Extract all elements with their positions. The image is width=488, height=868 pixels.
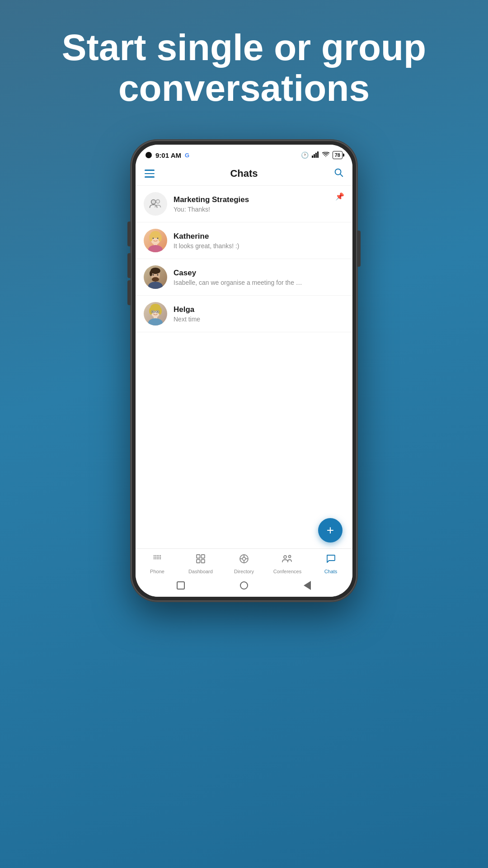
android-back-btn[interactable]: [302, 580, 312, 590]
camera-dot: [145, 152, 152, 158]
chat-item-marketing-strategies[interactable]: Marketing Strategies You: Thanks! 📌: [136, 186, 352, 222]
svg-rect-53: [202, 560, 205, 563]
svg-point-11: [158, 234, 162, 241]
status-bar: 9:01 AM G 🕐: [136, 145, 352, 163]
svg-point-41: [155, 557, 156, 557]
phone-nav-label: Phone: [150, 569, 164, 574]
svg-point-44: [160, 557, 161, 557]
directory-nav-icon: [239, 553, 249, 567]
svg-point-23: [157, 274, 159, 276]
status-time: 9:01 AM: [155, 151, 181, 159]
avatar-helga: [144, 302, 167, 326]
wifi-icon: [322, 151, 329, 159]
svg-rect-3: [317, 151, 319, 158]
svg-point-33: [152, 311, 153, 312]
menu-button[interactable]: [145, 170, 155, 178]
svg-point-49: [160, 558, 161, 559]
svg-point-39: [160, 555, 161, 556]
nav-item-conferences[interactable]: Conferences: [266, 553, 309, 574]
svg-point-61: [289, 556, 291, 558]
chat-info-casey: Casey Isabelle, can we organise a meetin…: [174, 269, 344, 286]
svg-point-10: [149, 234, 153, 241]
svg-point-42: [157, 557, 158, 557]
chat-name: Katherine: [174, 232, 344, 241]
svg-point-46: [155, 558, 156, 559]
chat-info-marketing: Marketing Strategies You: Thanks!: [174, 195, 344, 213]
avatar-katherine: [144, 229, 167, 252]
svg-point-7: [156, 200, 160, 203]
new-chat-fab[interactable]: +: [318, 518, 343, 542]
svg-point-34: [157, 311, 158, 312]
svg-point-45: [154, 558, 155, 559]
svg-point-14: [153, 238, 154, 239]
chat-info-katherine: Katherine It looks great, thanks! :): [174, 232, 344, 250]
android-nav-bar: [136, 577, 352, 597]
svg-point-21: [152, 277, 159, 282]
chat-name: Helga: [174, 305, 344, 314]
recents-icon: [177, 581, 185, 590]
svg-point-29: [148, 318, 163, 326]
back-icon: [304, 581, 311, 590]
battery-indicator: 78: [333, 151, 343, 159]
signal-icon: [312, 151, 319, 159]
svg-point-60: [284, 556, 286, 558]
group-avatar: [144, 192, 167, 216]
app-header: Chats: [136, 163, 352, 186]
directory-nav-label: Directory: [234, 569, 254, 574]
svg-point-38: [158, 555, 159, 556]
avatar-casey: [144, 265, 167, 289]
chat-name: Casey: [174, 269, 344, 278]
search-button[interactable]: [333, 167, 343, 180]
chat-list: Marketing Strategies You: Thanks! 📌: [136, 186, 352, 548]
phone-screen: 9:01 AM G 🕐: [136, 145, 352, 597]
svg-point-40: [154, 557, 155, 557]
svg-point-15: [157, 238, 159, 239]
phone-nav-icon: [152, 553, 163, 567]
hero-title: Start single or group conversations: [0, 27, 488, 108]
svg-rect-51: [202, 555, 205, 558]
svg-point-22: [153, 274, 154, 276]
conferences-nav-icon: [282, 553, 293, 567]
chat-preview: You: Thanks!: [174, 206, 344, 213]
svg-point-43: [158, 557, 159, 557]
svg-point-13: [148, 245, 163, 252]
svg-point-48: [158, 558, 159, 559]
chat-item-casey[interactable]: Casey Isabelle, can we organise a meetin…: [136, 259, 352, 296]
svg-line-5: [340, 174, 343, 176]
svg-rect-1: [314, 154, 315, 158]
svg-point-36: [155, 555, 156, 556]
svg-rect-52: [197, 560, 200, 563]
chat-info-helga: Helga Next time: [174, 305, 344, 323]
svg-point-47: [157, 558, 158, 559]
nav-item-chats[interactable]: Chats: [309, 553, 352, 574]
home-icon: [240, 581, 248, 590]
page-title: Chats: [230, 168, 258, 179]
svg-point-37: [157, 555, 158, 556]
chats-nav-label: Chats: [324, 569, 338, 574]
conferences-nav-label: Conferences: [273, 569, 301, 574]
nav-item-directory[interactable]: Directory: [222, 553, 266, 574]
android-home-btn[interactable]: [239, 580, 249, 590]
chats-nav-icon: [325, 553, 336, 567]
chat-preview: It looks great, thanks! :): [174, 242, 344, 250]
pin-icon: 📌: [335, 192, 344, 201]
svg-point-18: [150, 271, 152, 276]
chat-name: Marketing Strategies: [174, 195, 344, 204]
svg-rect-0: [312, 156, 313, 158]
dashboard-nav-label: Dashboard: [188, 569, 213, 574]
dashboard-nav-icon: [195, 553, 206, 567]
chat-preview: Isabelle, can we organise a meeting for …: [174, 279, 344, 286]
nav-item-dashboard[interactable]: Dashboard: [179, 553, 222, 574]
chat-item-helga[interactable]: Helga Next time: [136, 296, 352, 332]
phone-mockup: 9:01 AM G 🕐: [131, 140, 357, 601]
nav-item-phone[interactable]: Phone: [136, 553, 179, 574]
svg-point-6: [151, 200, 156, 204]
android-recents-btn[interactable]: [176, 580, 186, 590]
bottom-nav: Phone Dashboard: [136, 548, 352, 577]
chat-item-katherine[interactable]: Katherine It looks great, thanks! :): [136, 222, 352, 259]
svg-point-55: [243, 557, 246, 561]
svg-point-20: [148, 282, 163, 289]
chat-preview: Next time: [174, 316, 344, 323]
alarm-icon: 🕐: [301, 151, 309, 159]
google-icon: G: [185, 152, 189, 159]
